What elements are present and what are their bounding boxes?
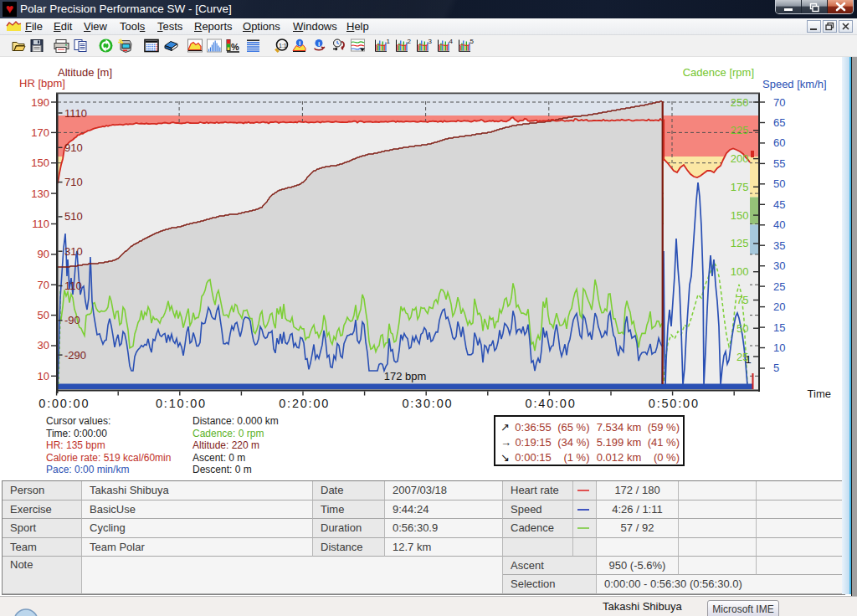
svg-text:0:40:00: 0:40:00 (526, 397, 577, 410)
svg-text:0:10:00: 0:10:00 (156, 397, 207, 410)
svg-text:65: 65 (773, 116, 785, 129)
svg-text:225: 225 (731, 124, 749, 136)
svg-text:1:1: 1:1 (279, 43, 287, 49)
svg-text:Cadence [rpm]: Cadence [rpm] (683, 66, 754, 79)
svg-text:130: 130 (31, 187, 49, 200)
svg-text:i: i (299, 39, 300, 47)
svg-text:2: 2 (408, 38, 412, 45)
svg-text:HR [bpm]: HR [bpm] (19, 77, 65, 90)
svg-text:45: 45 (773, 198, 785, 211)
svg-text:5: 5 (773, 362, 779, 374)
svg-text:1: 1 (745, 353, 751, 366)
svg-text:35: 35 (773, 239, 785, 252)
svg-text:0:30:00: 0:30:00 (402, 397, 453, 410)
svg-text:Time: Time (808, 388, 831, 400)
svg-text:50: 50 (773, 177, 785, 190)
svg-text:190: 190 (31, 96, 49, 109)
svg-text:70: 70 (773, 96, 785, 109)
svg-text:-90: -90 (64, 314, 80, 326)
svg-text:3: 3 (428, 38, 433, 45)
svg-text:150: 150 (31, 157, 49, 169)
svg-text:50: 50 (38, 309, 49, 321)
svg-text:25: 25 (773, 280, 785, 293)
svg-text:110: 110 (64, 280, 82, 292)
svg-text:10: 10 (38, 370, 49, 382)
svg-text:Altitude [m]: Altitude [m] (58, 66, 112, 79)
svg-text:910: 910 (64, 141, 83, 154)
svg-text:70: 70 (38, 279, 49, 291)
svg-text:15: 15 (773, 321, 785, 334)
svg-text:30: 30 (38, 339, 49, 352)
svg-text:4: 4 (449, 38, 454, 45)
svg-text:i: i (318, 40, 320, 48)
svg-text:-290: -290 (64, 349, 86, 362)
svg-text:90: 90 (38, 248, 49, 260)
svg-text:710: 710 (64, 176, 83, 188)
svg-text:100: 100 (731, 265, 749, 278)
svg-text:60: 60 (773, 136, 785, 149)
svg-text:175: 175 (731, 181, 749, 193)
svg-text:20: 20 (773, 300, 785, 313)
svg-text:0:20:00: 0:20:00 (279, 397, 330, 410)
svg-text:Speed [km/h]: Speed [km/h] (762, 78, 827, 90)
svg-text:125: 125 (731, 237, 749, 249)
svg-text:150: 150 (731, 209, 749, 222)
svg-text:75: 75 (736, 294, 748, 306)
svg-text:5: 5 (470, 38, 475, 45)
svg-text:10: 10 (773, 341, 785, 354)
svg-text:50: 50 (736, 322, 748, 335)
svg-text:200: 200 (731, 152, 749, 165)
svg-text:%: % (231, 42, 239, 52)
svg-text:55: 55 (773, 157, 785, 170)
svg-text:310: 310 (64, 245, 83, 258)
svg-text:40: 40 (773, 218, 785, 231)
svg-text:510: 510 (64, 210, 83, 223)
svg-text:30: 30 (773, 259, 785, 272)
svg-text:172 bpm: 172 bpm (384, 370, 427, 382)
svg-text:0:00:00: 0:00:00 (38, 397, 90, 410)
svg-text:170: 170 (31, 126, 49, 139)
svg-text:1110: 1110 (64, 107, 87, 120)
svg-text:0:50:00: 0:50:00 (649, 397, 700, 410)
svg-text:1: 1 (387, 38, 391, 45)
svg-text:250: 250 (731, 96, 749, 109)
svg-text:110: 110 (32, 218, 49, 230)
